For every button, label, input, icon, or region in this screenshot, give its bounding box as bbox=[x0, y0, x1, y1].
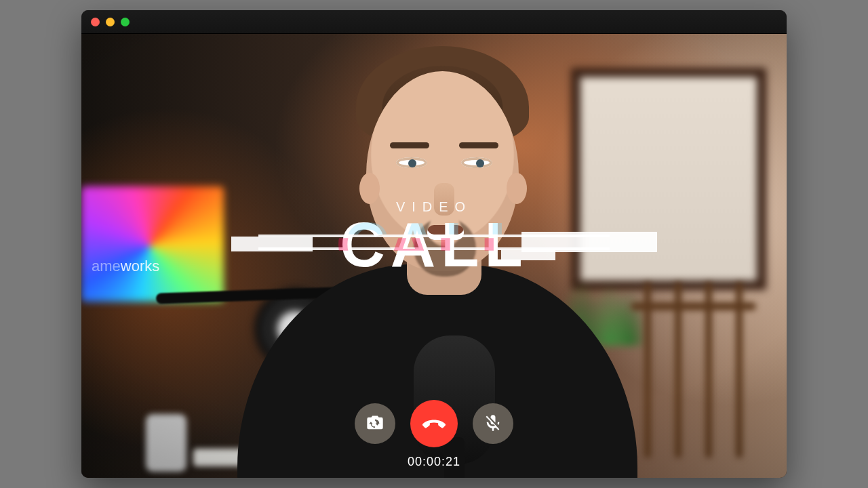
call-controls bbox=[81, 403, 787, 447]
hangup-icon bbox=[422, 411, 446, 437]
flip-camera-icon bbox=[366, 413, 384, 434]
titlebar[interactable] bbox=[81, 10, 787, 34]
end-call-button[interactable] bbox=[410, 400, 458, 447]
maximize-window-button[interactable] bbox=[121, 18, 130, 26]
call-timer: 00:00:21 bbox=[81, 455, 787, 469]
minimize-window-button[interactable] bbox=[106, 18, 115, 26]
flip-camera-button[interactable] bbox=[355, 403, 395, 444]
video-stage: ameworks VIDEO CA bbox=[81, 34, 787, 478]
close-window-button[interactable] bbox=[91, 18, 100, 26]
mute-button[interactable] bbox=[473, 403, 513, 444]
app-window: ameworks VIDEO CA bbox=[81, 10, 787, 478]
microphone-muted-icon bbox=[484, 413, 502, 434]
